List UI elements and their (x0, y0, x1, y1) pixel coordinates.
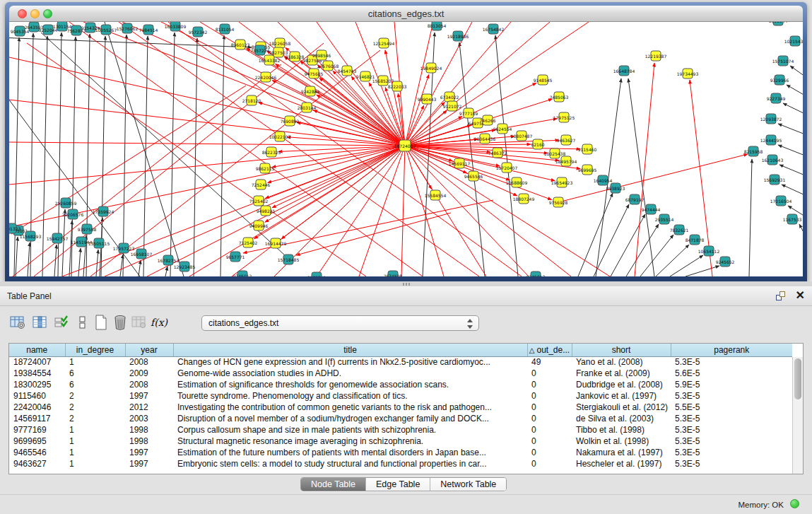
network-edge[interactable] (594, 204, 629, 276)
network-edge[interactable] (9, 146, 405, 185)
network-edge[interactable] (105, 146, 405, 276)
network-edge[interactable] (611, 214, 645, 276)
table-row[interactable]: 1456911722003Disruption of a novel membe… (9, 413, 792, 424)
network-edge[interactable] (578, 193, 613, 276)
column-header-pagerank[interactable]: pagerank (671, 344, 792, 356)
create-column-icon[interactable] (92, 313, 110, 332)
network-edge[interactable] (401, 146, 405, 276)
table-vertical-scrollbar[interactable] (792, 357, 803, 474)
table-mode-icon[interactable] (73, 313, 92, 332)
network-edge[interactable] (194, 38, 197, 276)
network-edge[interactable] (165, 267, 167, 276)
network-edge[interactable] (272, 80, 405, 146)
network-edge[interactable] (265, 146, 405, 198)
network-edge[interactable] (272, 146, 405, 208)
network-edge[interactable] (123, 35, 126, 276)
network-edge[interactable] (782, 185, 803, 195)
tab-node-table[interactable]: Node Table (301, 478, 366, 491)
network-edge[interactable] (558, 154, 748, 202)
table-row[interactable]: 977716911998Corpus callosum shape and si… (9, 424, 792, 436)
table-combo-box[interactable]: citations_edges.txt (201, 315, 479, 331)
network-edge[interactable] (635, 63, 654, 276)
table-row[interactable]: 1938455462009Genome-wide association stu… (9, 368, 792, 379)
float-panel-icon[interactable] (775, 291, 787, 302)
network-edge[interactable] (143, 36, 148, 276)
network-node-label: 16958107 (131, 252, 153, 257)
column-header-in_degree[interactable]: in_degree (65, 344, 125, 356)
network-edge[interactable] (220, 35, 224, 276)
table-cell: 0 (527, 413, 572, 424)
network-window-titlebar[interactable]: citations_edges.txt (9, 6, 803, 22)
table-cell: 1997 (125, 458, 173, 469)
network-edge[interactable] (14, 37, 19, 276)
table-cell: 9777169 (9, 424, 65, 436)
table-settings-icon[interactable] (8, 313, 27, 332)
table-row[interactable]: 969969511998Structural magnetic resonanc… (9, 436, 792, 447)
network-edge[interactable] (9, 37, 252, 47)
network-edge[interactable] (405, 22, 433, 146)
column-header-name[interactable]: name (9, 344, 65, 356)
network-node-label: 2935514 (655, 217, 674, 222)
table-row[interactable]: 946362711997Embryonic stem cells: a mode… (9, 458, 792, 469)
network-edge[interactable] (90, 50, 380, 276)
network-node-label: 7634508 (384, 274, 403, 277)
network-edge[interactable] (405, 110, 447, 146)
network-edge[interactable] (749, 159, 752, 276)
network-edge[interactable] (626, 224, 659, 276)
network-edge[interactable] (799, 224, 803, 235)
network-node-label: 8960123 (231, 42, 250, 47)
column-header-short[interactable]: short (572, 344, 671, 356)
column-header-title[interactable]: title (173, 344, 527, 356)
table-row[interactable]: 2242004622012Investigating the contribut… (9, 402, 792, 413)
network-node-label: 7832621 (670, 228, 689, 233)
network-canvas[interactable]: 8960123891295518226058982750381863281654… (9, 22, 803, 276)
table-row[interactable]: 946554611997Estimation of the future num… (9, 447, 792, 458)
table-row[interactable]: 1830029562008Estimation of significance … (9, 379, 792, 390)
network-edge[interactable] (62, 209, 65, 276)
network-graph[interactable]: 8960123891295518226058982750381863281654… (9, 22, 803, 276)
network-edge[interactable] (11, 86, 246, 234)
network-edge[interactable] (778, 124, 803, 134)
table-row[interactable]: 911546021997Tourette syndrome. Phenomeno… (9, 390, 792, 402)
network-edge[interactable] (254, 146, 405, 239)
network-node-label: 16210643 (762, 158, 784, 163)
table-row[interactable]: 1872400712008Changes of HCN gene express… (9, 356, 792, 368)
network-node-label: 15720407 (496, 165, 518, 170)
network-edge[interactable] (783, 103, 803, 114)
scrollbar-thumb[interactable] (794, 358, 801, 399)
table-cell: Estimation of significance thresholds fo… (173, 379, 527, 390)
network-node-label: 17975125 (553, 115, 575, 120)
function-builder-icon[interactable]: f(x) (150, 313, 168, 332)
row-selection-icon[interactable] (52, 313, 71, 332)
column-header-year[interactable]: year (125, 344, 173, 356)
tab-edge-table[interactable]: Edge Table (366, 478, 430, 491)
delete-column-icon[interactable] (111, 313, 129, 332)
column-header-out_degree[interactable]: △out_de... (527, 344, 572, 356)
network-edge[interactable] (686, 266, 719, 276)
network-edge[interactable] (640, 235, 673, 276)
delete-table-icon[interactable] (130, 313, 148, 332)
tab-network-table[interactable]: Network Table (430, 478, 506, 491)
close-panel-icon[interactable]: ✕ (796, 289, 805, 302)
network-edge[interactable] (78, 248, 81, 276)
network-edge[interactable] (28, 243, 30, 276)
network-edge[interactable] (790, 66, 803, 76)
memory-ok-icon[interactable] (790, 499, 799, 508)
network-edge[interactable] (16, 237, 18, 276)
network-edge[interactable] (779, 165, 803, 175)
network-edge[interactable] (139, 260, 141, 276)
network-edge[interactable] (656, 245, 689, 276)
network-edge[interactable] (281, 146, 405, 239)
network-edge[interactable] (296, 213, 451, 255)
divider-grip-icon[interactable] (403, 283, 410, 286)
network-edge[interactable] (787, 85, 803, 95)
network-edge[interactable] (9, 142, 405, 146)
network-node-label: 15942757 (47, 236, 69, 241)
network-edge[interactable] (54, 245, 57, 276)
network-edge[interactable] (778, 145, 803, 156)
table-cell: 5.9E-5 (671, 379, 792, 390)
network-node-label: 9465546 (464, 174, 483, 179)
show-column-icon[interactable] (31, 313, 49, 332)
network-edge[interactable] (120, 255, 123, 276)
network-edge[interactable] (405, 146, 444, 276)
